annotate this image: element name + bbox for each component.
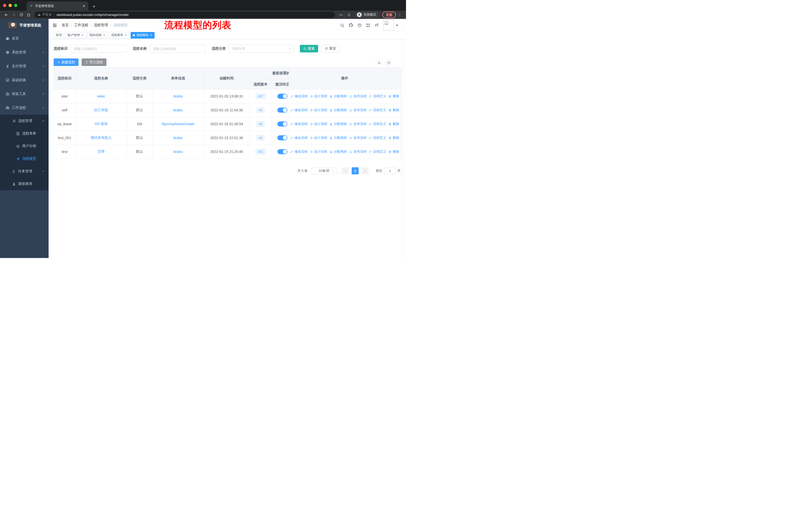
address-bar[interactable]: 不安全 dashboard.yudao.iocoder.cn/bpm/manag…	[34, 11, 335, 18]
create-model-button[interactable]: 新建流程	[54, 58, 79, 66]
cell-model-name-link[interactable]: 滔博	[76, 145, 127, 159]
close-window-button[interactable]	[3, 4, 6, 7]
version-tag[interactable]: v5	[257, 121, 265, 127]
app-logo-row[interactable]: 芋道管理系统	[0, 19, 49, 31]
active-toggle[interactable]	[278, 108, 287, 113]
home-icon[interactable]	[27, 13, 31, 17]
active-toggle[interactable]	[278, 121, 287, 127]
tag-tab-租户管理[interactable]: 租户管理✕	[65, 32, 86, 38]
action-发布流程[interactable]: 发布流程	[349, 108, 367, 112]
cell-model-name-link[interactable]: 自己审批	[76, 103, 127, 117]
close-icon[interactable]: ✕	[124, 33, 127, 37]
version-tag[interactable]: v17	[256, 93, 265, 99]
bookmark-star-icon[interactable]	[347, 13, 351, 17]
close-icon[interactable]: ✕	[103, 33, 105, 37]
browser-menu-icon[interactable]	[398, 13, 402, 17]
action-发布流程[interactable]: 发布流程	[349, 122, 367, 126]
action-删除[interactable]: 删除	[388, 136, 399, 140]
action-删除[interactable]: 删除	[388, 94, 399, 99]
cell-form-link[interactable]: biubiu	[152, 103, 204, 117]
maximize-window-button[interactable]	[14, 4, 18, 7]
action-分配规则[interactable]: 分配规则	[329, 150, 347, 154]
action-删除[interactable]: 删除	[388, 108, 399, 112]
new-tab-button[interactable]	[92, 4, 96, 8]
action-分配规则[interactable]: 分配规则	[329, 136, 347, 140]
action-流程定义[interactable]: 流程定义	[369, 108, 386, 112]
tag-tab-流程表单[interactable]: 流程表单✕	[109, 32, 129, 38]
filter-select-流程分类[interactable]: 流程分类	[229, 45, 294, 53]
github-icon[interactable]	[349, 23, 353, 27]
security-label[interactable]: 不安全	[42, 12, 52, 17]
version-tag[interactable]: v4	[257, 135, 265, 141]
sidebar-fold-icon[interactable]	[52, 23, 57, 28]
cell-form-link[interactable]: biubiu	[152, 145, 204, 159]
sidebar-item-流程表单[interactable]: 流程表单	[0, 127, 49, 140]
close-icon[interactable]: ✕	[150, 33, 152, 37]
tag-tab-首页[interactable]: 首页	[54, 32, 64, 38]
action-流程定义[interactable]: 流程定义	[369, 122, 386, 126]
action-修改流程[interactable]: 修改流程	[290, 108, 308, 112]
cell-model-name-link[interactable]: OA 请假	[76, 117, 127, 131]
breadcrumb-item[interactable]: 工作流程	[74, 23, 88, 27]
action-分配规则[interactable]: 分配规则	[329, 94, 347, 99]
sidebar-item-首页[interactable]: 首页	[0, 31, 49, 45]
action-发布流程[interactable]: 发布流程	[349, 136, 367, 140]
action-流程定义[interactable]: 流程定义	[369, 150, 386, 154]
avatar-caret-icon[interactable]	[396, 24, 399, 26]
sidebar-item-流程模型[interactable]: 流程模型	[0, 153, 49, 165]
action-设计流程[interactable]: 设计流程	[310, 122, 327, 126]
fullscreen-icon[interactable]	[366, 23, 370, 27]
back-icon[interactable]	[4, 13, 8, 17]
cell-form-link[interactable]: /bpm/oa/leave/create	[152, 117, 204, 131]
sidebar-item-基础设施[interactable]: 基础设施	[0, 73, 49, 87]
sidebar-item-请假查询[interactable]: 请假查询	[0, 178, 49, 190]
active-toggle[interactable]	[278, 135, 287, 140]
sidebar-item-用户分组[interactable]: 用户分组	[0, 140, 49, 153]
password-key-icon[interactable]	[339, 13, 343, 17]
action-删除[interactable]: 删除	[388, 122, 399, 126]
sidebar-item-系统管理[interactable]: 系统管理	[0, 45, 49, 59]
import-model-button[interactable]: 导入流程	[82, 58, 107, 66]
url-text[interactable]: dashboard.yudao.iocoder.cn/bpm/manager/m…	[57, 13, 332, 17]
fontsize-icon[interactable]	[375, 23, 379, 27]
cell-model-name-link[interactable]: 测试多审批人	[76, 131, 127, 145]
sidebar-item-研发工具[interactable]: 研发工具	[0, 87, 49, 101]
search-button[interactable]: 搜索	[300, 45, 318, 52]
search-icon[interactable]	[340, 23, 344, 27]
version-tag[interactable]: v21	[256, 149, 265, 155]
action-设计流程[interactable]: 设计流程	[310, 108, 327, 112]
action-流程定义[interactable]: 流程定义	[369, 136, 386, 140]
scrollbar-track[interactable]	[402, 19, 406, 258]
sidebar-item-任务管理[interactable]: 任务管理	[0, 165, 49, 178]
page-size-select[interactable]: 10条/页	[312, 167, 337, 174]
update-button[interactable]: 更新	[382, 11, 396, 18]
show-search-icon[interactable]	[376, 59, 383, 66]
active-toggle[interactable]	[278, 149, 287, 154]
prev-page-button[interactable]	[342, 167, 349, 174]
action-发布流程[interactable]: 发布流程	[349, 94, 367, 99]
refresh-icon[interactable]	[385, 59, 392, 66]
action-流程定义[interactable]: 流程定义	[369, 94, 386, 99]
version-tag[interactable]: v2	[257, 107, 265, 113]
reset-button[interactable]: 重置	[321, 45, 340, 52]
action-修改流程[interactable]: 修改流程	[290, 136, 308, 140]
next-page-button[interactable]	[361, 167, 369, 174]
current-page-button[interactable]: 1	[352, 167, 359, 174]
action-修改流程[interactable]: 修改流程	[290, 150, 308, 154]
active-toggle[interactable]	[278, 94, 287, 99]
sidebar-item-工作流程[interactable]: 工作流程	[0, 101, 49, 115]
forward-icon[interactable]	[12, 13, 16, 17]
breadcrumb-item[interactable]: 首页	[62, 23, 69, 27]
action-设计流程[interactable]: 设计流程	[310, 150, 327, 154]
goto-page-input[interactable]	[384, 167, 396, 174]
action-设计流程[interactable]: 设计流程	[310, 136, 327, 140]
browser-tab[interactable]: 芋道管理系统 ✕	[26, 1, 88, 10]
minimize-window-button[interactable]	[8, 4, 12, 7]
sidebar-item-支付管理[interactable]: 支付管理	[0, 59, 49, 73]
reload-icon[interactable]	[19, 13, 23, 17]
cell-form-link[interactable]: biubiu	[152, 89, 204, 103]
breadcrumb-item[interactable]: 流程管理	[94, 23, 108, 27]
sidebar-item-流程管理[interactable]: 流程管理	[0, 115, 49, 127]
window-controls[interactable]	[0, 0, 21, 10]
action-设计流程[interactable]: 设计流程	[310, 94, 327, 99]
